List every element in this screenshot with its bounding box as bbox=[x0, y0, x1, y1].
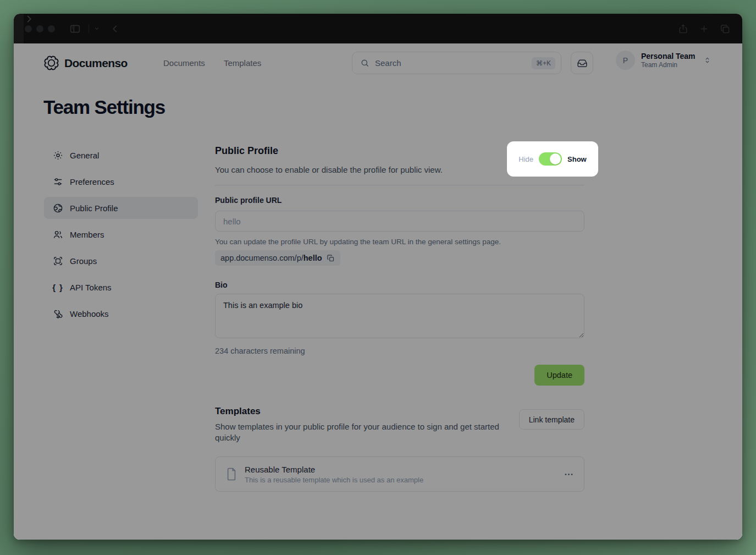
new-tab-icon[interactable] bbox=[699, 24, 709, 34]
titlebar-divider bbox=[89, 24, 89, 33]
users-icon bbox=[53, 229, 63, 240]
sidebar-item-label: API Tokens bbox=[70, 283, 112, 292]
webhook-icon bbox=[53, 309, 63, 319]
public-url-chip: app.documenso.com/p/hello bbox=[215, 250, 340, 266]
chevron-down-icon[interactable] bbox=[93, 25, 100, 32]
url-field-label: Public profile URL bbox=[215, 196, 584, 205]
chevron-up-down-icon bbox=[704, 57, 711, 64]
avatar: P bbox=[616, 51, 635, 70]
team-name: Personal Team bbox=[641, 52, 696, 61]
profile-visibility-toggle[interactable] bbox=[539, 152, 562, 166]
page-title: Team Settings bbox=[43, 96, 165, 118]
zoom-window-button[interactable] bbox=[48, 25, 55, 32]
traffic-lights bbox=[25, 25, 55, 32]
url-helper-text: You can update the profile URL by updati… bbox=[215, 238, 584, 246]
copy-icon[interactable] bbox=[327, 254, 335, 262]
braces-icon: { } bbox=[53, 283, 63, 292]
gear-icon bbox=[53, 150, 63, 161]
minimize-window-button[interactable] bbox=[36, 25, 43, 32]
bio-textarea[interactable]: This is an example bio bbox=[215, 294, 584, 338]
template-list-item[interactable]: Reusable Template This is a reusable tem… bbox=[215, 457, 584, 492]
profile-visibility-spotlight: Hide Show bbox=[507, 141, 598, 177]
templates-subtitle: Show templates in your public profile fo… bbox=[215, 421, 506, 443]
file-icon bbox=[225, 467, 238, 481]
sidebar-item-label: Members bbox=[70, 230, 104, 239]
templates-section-header: Templates Show templates in your public … bbox=[215, 406, 584, 443]
template-name: Reusable Template bbox=[245, 464, 423, 475]
sidebar-item-label: Groups bbox=[70, 256, 97, 266]
characters-remaining: 234 characters remaining bbox=[215, 347, 584, 355]
settings-sidebar: General Preferences Public Profile Membe… bbox=[44, 144, 198, 329]
brand[interactable]: Documenso bbox=[44, 56, 128, 70]
inbox-icon bbox=[577, 58, 588, 69]
nav-templates[interactable]: Templates bbox=[224, 58, 261, 68]
team-switcher[interactable]: P Personal Team Team Admin bbox=[616, 51, 711, 70]
sidebar-toggle-icon[interactable] bbox=[69, 23, 81, 35]
hide-label: Hide bbox=[518, 155, 533, 163]
bio-field-label: Bio bbox=[215, 281, 584, 289]
update-button[interactable]: Update bbox=[534, 365, 584, 386]
group-icon bbox=[53, 256, 63, 266]
template-description: This is a reusable template which is use… bbox=[245, 475, 423, 485]
main-nav: Documents Templates bbox=[163, 58, 261, 68]
sidebar-item-label: Preferences bbox=[70, 177, 114, 186]
sidebar-item-api-tokens[interactable]: { } API Tokens bbox=[44, 276, 198, 298]
brand-name: Documenso bbox=[64, 57, 128, 70]
nav-documents[interactable]: Documents bbox=[163, 58, 205, 68]
close-window-button[interactable] bbox=[25, 25, 32, 32]
divider bbox=[215, 185, 584, 185]
app-page: Documenso Documents Templates ⌘+K P bbox=[14, 43, 742, 540]
search-icon bbox=[360, 58, 369, 68]
sliders-icon bbox=[53, 177, 63, 187]
public-url-text: app.documenso.com/p/hello bbox=[220, 254, 322, 262]
sidebar-item-general[interactable]: General bbox=[44, 144, 198, 166]
show-label: Show bbox=[567, 155, 587, 163]
sidebar-item-preferences[interactable]: Preferences bbox=[44, 171, 198, 193]
public-profile-panel: Public Profile You can choose to enable … bbox=[215, 144, 584, 492]
toggle-knob bbox=[550, 153, 561, 164]
sidebar-item-public-profile[interactable]: Public Profile bbox=[44, 197, 198, 219]
app-header: Documenso Documents Templates ⌘+K P bbox=[14, 43, 742, 82]
forward-icon[interactable] bbox=[24, 14, 742, 43]
browser-titlebar bbox=[14, 14, 742, 43]
search-box[interactable]: ⌘+K bbox=[352, 52, 561, 74]
ellipsis-icon[interactable] bbox=[564, 469, 574, 480]
sidebar-item-webhooks[interactable]: Webhooks bbox=[44, 303, 198, 325]
public-profile-url-input[interactable] bbox=[215, 211, 584, 232]
globe-icon bbox=[53, 203, 63, 213]
sidebar-item-label: Webhooks bbox=[70, 309, 109, 318]
sidebar-item-members[interactable]: Members bbox=[44, 223, 198, 245]
search-input[interactable] bbox=[375, 58, 532, 68]
sidebar-item-label: General bbox=[70, 151, 99, 160]
sidebar-item-label: Public Profile bbox=[70, 204, 118, 213]
tab-overview-icon[interactable] bbox=[720, 24, 730, 34]
link-template-button[interactable]: Link template bbox=[519, 409, 584, 430]
search-shortcut-badge: ⌘+K bbox=[532, 57, 555, 69]
share-icon[interactable] bbox=[678, 24, 688, 34]
browser-window: Documenso Documents Templates ⌘+K P bbox=[14, 14, 742, 540]
back-icon[interactable] bbox=[110, 24, 120, 34]
inbox-button[interactable] bbox=[571, 52, 593, 74]
sidebar-item-groups[interactable]: Groups bbox=[44, 250, 198, 272]
team-role: Team Admin bbox=[641, 61, 696, 69]
documenso-seal-icon bbox=[44, 56, 59, 70]
